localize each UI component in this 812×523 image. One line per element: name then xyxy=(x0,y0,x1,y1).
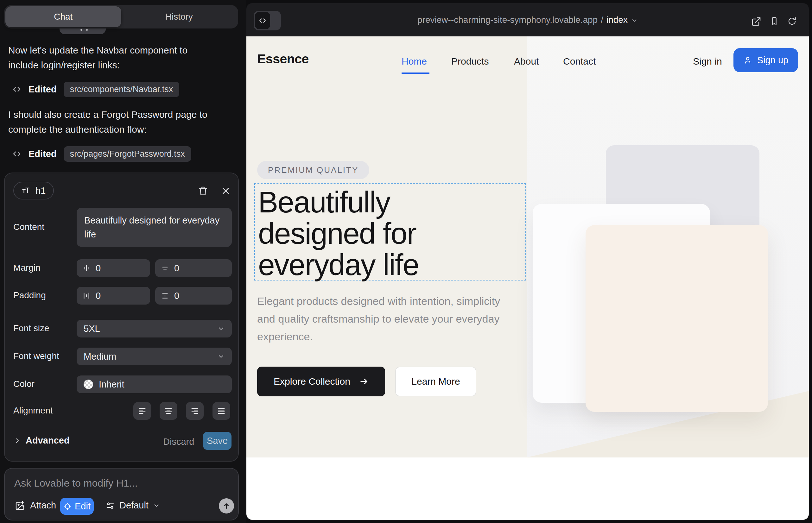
content-label: Content xyxy=(13,222,44,232)
padding-label: Padding xyxy=(13,290,46,301)
font-weight-select[interactable]: Medium xyxy=(77,348,232,365)
margin-x-input[interactable]: 0 xyxy=(77,259,150,277)
selected-element-chip[interactable]: h1 xyxy=(13,182,54,199)
chevron-down-icon xyxy=(217,325,225,332)
user-icon xyxy=(743,56,752,65)
sign-up-label: Sign up xyxy=(757,55,788,66)
learn-more-button[interactable]: Learn More xyxy=(395,366,476,396)
edited-label: Edited xyxy=(29,84,57,95)
tab-history[interactable]: History xyxy=(121,6,237,27)
margin-vertical-icon xyxy=(161,264,169,272)
nav-link-contact[interactable]: Contact xyxy=(563,56,596,67)
margin-y-value: 0 xyxy=(174,263,179,273)
element-editor-panel: h1 Content Beautifully designed for ever… xyxy=(4,173,239,462)
text-type-icon xyxy=(21,186,30,195)
align-left-button[interactable] xyxy=(133,402,151,420)
font-weight-value: Medium xyxy=(84,351,116,362)
align-center-icon xyxy=(164,407,173,415)
padding-y-value: 0 xyxy=(174,291,179,301)
refresh-button[interactable] xyxy=(787,16,797,26)
prompt-input[interactable]: Ask Lovable to modify H1... xyxy=(14,477,138,489)
active-nav-underline xyxy=(402,72,429,74)
edit-mode-button[interactable]: Edit xyxy=(60,498,94,515)
color-select[interactable]: Inherit xyxy=(77,376,232,393)
font-size-select[interactable]: 5XL xyxy=(77,320,232,338)
attach-label: Attach xyxy=(30,500,56,511)
edited-file-row[interactable]: Edited src/pages/ForgotPassword.tsx xyxy=(12,146,191,161)
padding-horizontal-icon xyxy=(82,292,91,300)
browser-chrome: preview--charming-site-symphony.lovable.… xyxy=(246,3,809,36)
edited-file-chip[interactable]: src/pages/ForgotPassword.tsx xyxy=(64,146,191,162)
margin-y-input[interactable]: 0 xyxy=(155,259,232,277)
color-swatch xyxy=(84,380,93,389)
chevron-right-icon xyxy=(14,437,21,445)
edited-label: Edited xyxy=(29,149,57,159)
align-justify-icon xyxy=(217,407,226,415)
font-weight-label: Font weight xyxy=(13,351,59,361)
scrolled-message-bubble xyxy=(59,28,106,34)
align-center-button[interactable] xyxy=(160,402,177,420)
advanced-label: Advanced xyxy=(26,435,70,446)
font-size-value: 5XL xyxy=(84,324,100,334)
align-left-icon xyxy=(138,407,147,415)
mode-label: Default xyxy=(119,500,148,511)
edit-label: Edit xyxy=(75,501,91,511)
padding-y-input[interactable]: 0 xyxy=(155,287,232,305)
site-logo[interactable]: Essence xyxy=(257,52,309,67)
save-button[interactable]: Save xyxy=(203,432,231,450)
nav-link-home[interactable]: Home xyxy=(402,56,427,67)
edited-file-chip[interactable]: src/components/Navbar.tsx xyxy=(64,82,180,97)
preview-page: Essence Home Products About Contact Sign… xyxy=(246,36,809,520)
preview-browser-panel: preview--charming-site-symphony.lovable.… xyxy=(246,3,809,520)
chat-sidebar: Chat History Now let's update the Navbar… xyxy=(0,0,246,523)
url-page: index xyxy=(606,15,628,25)
nav-link-products[interactable]: Products xyxy=(451,56,489,67)
code-icon xyxy=(12,149,21,159)
code-icon xyxy=(12,85,21,94)
hero-description: Elegant products designed with intention… xyxy=(257,292,504,345)
alignment-label: Alignment xyxy=(13,405,53,416)
margin-x-value: 0 xyxy=(96,263,101,273)
padding-x-input[interactable]: 0 xyxy=(77,287,150,305)
delete-element-button[interactable] xyxy=(197,184,209,197)
settings-sliders-icon xyxy=(105,501,115,510)
padding-vertical-icon xyxy=(161,292,169,300)
margin-label: Margin xyxy=(13,263,40,273)
explore-label: Explore Collection xyxy=(273,376,350,387)
align-right-button[interactable] xyxy=(186,402,204,420)
sign-in-link[interactable]: Sign in xyxy=(693,56,722,67)
attach-button[interactable]: Attach xyxy=(15,500,56,511)
open-external-button[interactable] xyxy=(751,16,761,26)
align-justify-button[interactable] xyxy=(212,402,230,420)
hero-title[interactable]: Beautifully designed for everyday life xyxy=(258,186,511,281)
chevron-down-icon xyxy=(153,502,160,509)
close-editor-button[interactable] xyxy=(219,184,232,197)
discard-button[interactable]: Discard xyxy=(163,437,194,447)
tab-chat[interactable]: Chat xyxy=(5,6,121,27)
margin-horizontal-icon xyxy=(82,264,91,272)
arrow-right-icon xyxy=(359,377,369,386)
image-plus-icon xyxy=(15,501,25,511)
hero-section: Essence Home Products About Contact Sign… xyxy=(246,36,809,457)
url-bar[interactable]: preview--charming-site-symphony.lovable.… xyxy=(246,3,809,36)
color-label: Color xyxy=(13,379,35,389)
url-separator: / xyxy=(601,15,603,25)
edit-target-icon xyxy=(63,502,72,510)
hero-badge: PREMIUM QUALITY xyxy=(257,161,369,179)
advanced-toggle[interactable]: Advanced xyxy=(14,435,70,446)
padding-x-value: 0 xyxy=(96,291,101,301)
sign-up-button[interactable]: Sign up xyxy=(734,48,798,72)
mobile-preview-button[interactable] xyxy=(770,16,779,26)
assistant-message: Now let's update the Navbar component to… xyxy=(8,43,217,72)
color-value: Inherit xyxy=(99,379,124,390)
send-button[interactable] xyxy=(219,498,234,513)
assistant-message: I should also create a Forgot Password p… xyxy=(8,107,217,137)
element-tag: h1 xyxy=(35,185,46,196)
content-input[interactable]: Beautifully designed for everyday life xyxy=(77,208,232,247)
nav-link-about[interactable]: About xyxy=(514,56,539,67)
mode-selector[interactable]: Default xyxy=(105,500,160,511)
explore-collection-button[interactable]: Explore Collection xyxy=(257,366,385,396)
font-size-label: Font size xyxy=(13,323,49,333)
url-domain: preview--charming-site-symphony.lovable.… xyxy=(418,15,598,25)
edited-file-row[interactable]: Edited src/components/Navbar.tsx xyxy=(12,82,179,97)
